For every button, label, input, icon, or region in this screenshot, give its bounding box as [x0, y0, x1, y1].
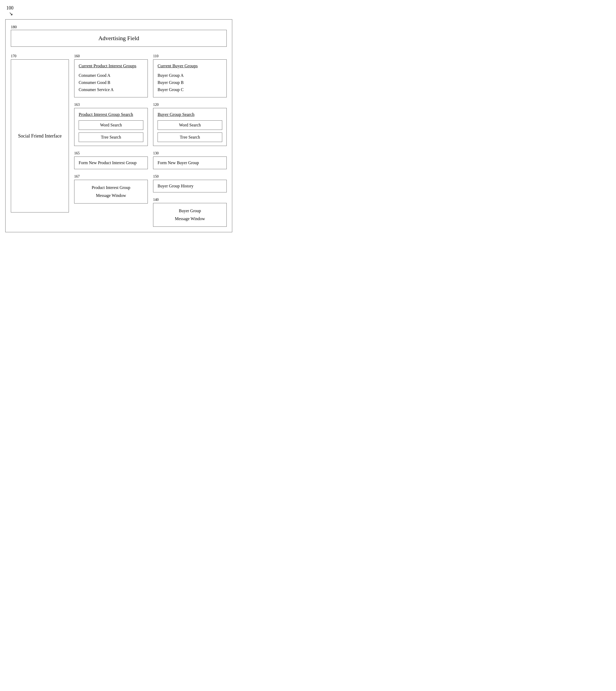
current-product-interest-title: Current Product Interest Groups — [79, 63, 143, 69]
outer-diagram-container: 180 Advertising Field 170 Social Friend … — [5, 19, 232, 232]
product-word-search-label: Word Search — [100, 123, 122, 127]
buyer-word-search-label: Word Search — [179, 123, 201, 127]
product-message-text: Product Interest Group Message Window — [92, 184, 130, 200]
buyer-item-2: Buyer Group B — [158, 79, 222, 86]
buyer-history-box[interactable]: Buyer Group History — [153, 180, 227, 193]
buyer-message-box[interactable]: Buyer Group Message Window — [153, 203, 227, 227]
advertising-ref-label: 180 — [11, 25, 227, 29]
form-new-product-ref: 165 — [74, 151, 148, 155]
product-interest-column: 160 Current Product Interest Groups Cons… — [74, 54, 148, 203]
product-item-1: Consumer Good A — [79, 72, 143, 79]
product-word-search-box[interactable]: Word Search — [79, 120, 143, 130]
buyer-search-box: Buyer Group Search Word Search Tree Sear… — [153, 108, 227, 146]
current-buyer-groups-title: Current Buyer Groups — [158, 63, 222, 69]
buyer-history-label: Buyer Group History — [158, 184, 194, 188]
diagram-arrow-icon: ↘ — [9, 11, 13, 17]
product-search-wrapper: 163 Product Interest Group Search Word S… — [74, 103, 148, 146]
form-new-buyer-label: Form New Buyer Group — [158, 160, 199, 165]
buyer-item-1: Buyer Group A — [158, 72, 222, 79]
form-new-product-box[interactable]: Form New Product Interest Group — [74, 157, 148, 169]
buyer-message-ref: 140 — [153, 198, 227, 202]
social-friend-box: Social Friend Interface — [11, 59, 69, 213]
buyer-message-wrapper: 140 Buyer Group Message Window — [153, 198, 227, 227]
current-product-interest-wrapper: 160 Current Product Interest Groups Cons… — [74, 54, 148, 97]
current-product-interest-box: Current Product Interest Groups Consumer… — [74, 59, 148, 97]
product-message-wrapper: 167 Product Interest Group Message Windo… — [74, 175, 148, 203]
social-friend-wrapper: 170 Social Friend Interface — [11, 54, 69, 213]
current-buyer-groups-box: Current Buyer Groups Buyer Group A Buyer… — [153, 59, 227, 97]
form-new-product-wrapper: 165 Form New Product Interest Group — [74, 151, 148, 169]
buyer-history-ref: 150 — [153, 175, 227, 179]
buyer-message-line1: Buyer Group — [175, 207, 205, 215]
form-new-buyer-ref: 130 — [153, 151, 227, 155]
form-new-product-label: Form New Product Interest Group — [79, 160, 137, 165]
buyer-tree-search-box[interactable]: Tree Search — [158, 133, 222, 142]
buyer-word-search-box[interactable]: Word Search — [158, 120, 222, 130]
advertising-field-title: Advertising Field — [98, 35, 139, 41]
product-tree-search-label: Tree Search — [101, 135, 121, 139]
product-message-line1: Product Interest Group — [92, 184, 130, 192]
current-buyer-ref: 110 — [153, 54, 227, 58]
buyer-search-ref: 120 — [153, 103, 227, 107]
social-friend-label: Social Friend Interface — [18, 133, 62, 139]
current-product-ref: 160 — [74, 54, 148, 58]
buyer-message-line2: Message Window — [175, 215, 205, 223]
current-buyer-groups-wrapper: 110 Current Buyer Groups Buyer Group A B… — [153, 54, 227, 97]
product-search-title: Product Interest Group Search — [79, 112, 143, 117]
buyer-search-title: Buyer Group Search — [158, 112, 222, 117]
product-search-ref: 163 — [74, 103, 148, 107]
product-message-ref: 167 — [74, 175, 148, 179]
buyer-message-text: Buyer Group Message Window — [175, 207, 205, 223]
main-layout: 170 Social Friend Interface 160 Current … — [11, 54, 227, 227]
social-friend-ref: 170 — [11, 54, 69, 58]
advertising-row: 180 Advertising Field — [11, 25, 227, 47]
diagram-label: 100 — [6, 5, 14, 10]
product-item-3: Consumer Service A — [79, 86, 143, 93]
buyer-search-wrapper: 120 Buyer Group Search Word Search Tree … — [153, 103, 227, 146]
product-message-box[interactable]: Product Interest Group Message Window — [74, 180, 148, 203]
buyer-item-3: Buyer Group C — [158, 86, 222, 93]
product-tree-search-box[interactable]: Tree Search — [79, 133, 143, 142]
buyer-group-column: 110 Current Buyer Groups Buyer Group A B… — [153, 54, 227, 227]
product-item-2: Consumer Good B — [79, 79, 143, 86]
advertising-field-box: Advertising Field — [11, 30, 227, 47]
buyer-tree-search-label: Tree Search — [180, 135, 200, 139]
form-new-buyer-wrapper: 130 Form New Buyer Group — [153, 151, 227, 169]
product-search-box: Product Interest Group Search Word Searc… — [74, 108, 148, 146]
buyer-history-wrapper: 150 Buyer Group History — [153, 175, 227, 193]
form-new-buyer-box[interactable]: Form New Buyer Group — [153, 157, 227, 169]
product-message-line2: Message Window — [92, 192, 130, 200]
